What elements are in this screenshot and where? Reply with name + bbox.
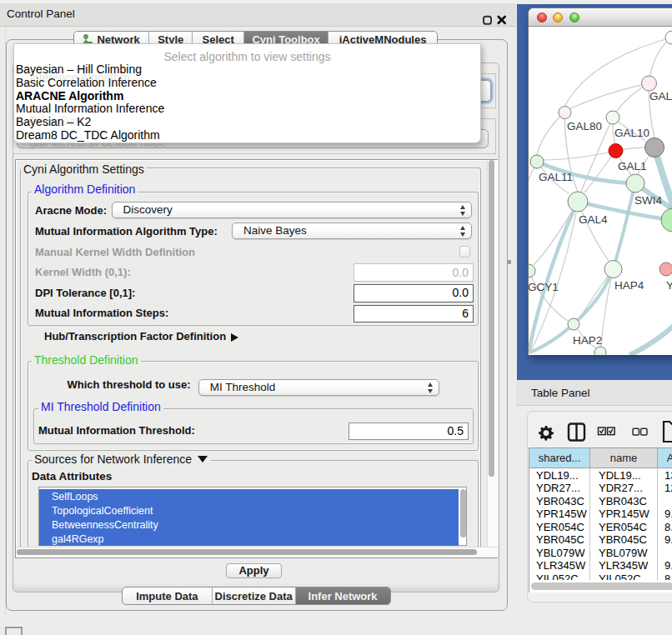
svg-text:GAL80: GAL80 xyxy=(567,120,602,132)
svg-text:GAL4: GAL4 xyxy=(579,213,608,226)
svg-text:SWI4: SWI4 xyxy=(634,194,662,207)
svg-text:GAL11: GAL11 xyxy=(539,171,573,183)
svg-text:HAP4: HAP4 xyxy=(614,279,644,292)
svg-text:GAL10: GAL10 xyxy=(614,127,649,139)
svg-text:HAP2: HAP2 xyxy=(573,334,602,347)
svg-text:GCY1: GCY1 xyxy=(529,281,559,293)
svg-text:Y: Y xyxy=(666,279,672,292)
svg-text:GAL80: GAL80 xyxy=(649,90,672,102)
svg-text:GAL1: GAL1 xyxy=(618,160,647,172)
